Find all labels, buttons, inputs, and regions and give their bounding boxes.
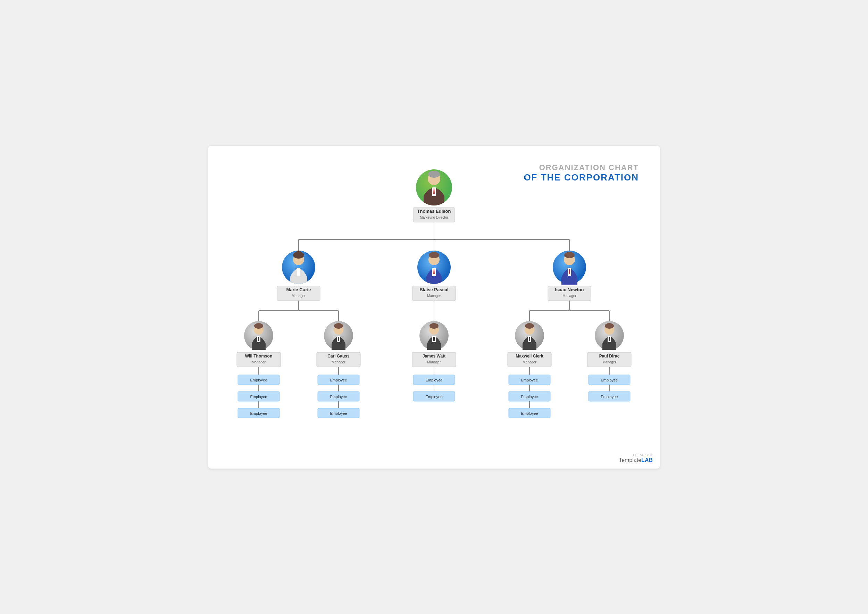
watermark-brand: TemplateLAB (619, 457, 653, 463)
ceo-role: Marketing Director (420, 216, 448, 219)
org-chart-svg: Thomas Edison Marketing Director (219, 167, 649, 451)
title-area: ORGANIZATION CHART OF THE CORPORATION (523, 163, 639, 183)
svg-marker-35 (529, 336, 530, 341)
tl3-role: Manager (523, 360, 536, 364)
svg-marker-39 (609, 336, 610, 341)
org-chart: Thomas Edison Marketing Director (219, 160, 649, 451)
tl2-name: James Watt (422, 354, 446, 358)
watermark-brand-bold: LAB (641, 457, 653, 463)
tl0-role: Manager (252, 360, 266, 364)
jw-emp1-label: Employee (425, 378, 443, 382)
jw-emp2-label: Employee (425, 395, 443, 399)
wt-emp1-label: Employee (250, 378, 267, 382)
svg-point-5 (428, 171, 440, 178)
tl2-role: Manager (427, 360, 441, 364)
title-line2: OF THE CORPORATION (523, 172, 639, 183)
svg-point-33 (525, 323, 534, 329)
watermark: CREATED BY TemplateLAB (619, 453, 653, 464)
mxc-emp1-label: Employee (521, 378, 538, 382)
tl1-role: Manager (332, 360, 345, 364)
cg-emp1-label: Employee (330, 378, 347, 382)
svg-point-17 (564, 252, 575, 258)
cg-emp3-label: Employee (330, 411, 347, 416)
watermark-brand-normal: Template (619, 457, 641, 463)
mxc-emp2-label: Employee (521, 395, 538, 399)
mgr1-name: Blaise Pascal (419, 287, 448, 292)
svg-rect-11 (297, 268, 300, 276)
watermark-created-by: CREATED BY (619, 453, 653, 457)
mgr2-role: Manager (562, 294, 576, 298)
wt-emp2-label: Employee (250, 395, 267, 399)
tl1-name: Carl Gauss (328, 354, 349, 358)
svg-marker-27 (338, 336, 339, 341)
tl0-name: Will Thomson (245, 354, 273, 358)
svg-marker-23 (258, 336, 259, 341)
svg-point-29 (430, 323, 438, 329)
ceo-name: Thomas Edison (417, 209, 451, 214)
mgr2-name: Isaac Newton (555, 287, 584, 292)
tl4-name: Paul Dirac (599, 354, 620, 358)
mgr1-role: Manager (427, 294, 441, 298)
title-line1: ORGANIZATION CHART (523, 163, 639, 172)
tl4-role: Manager (602, 360, 616, 364)
svg-point-37 (605, 323, 614, 329)
mgr0-name: Marie Curie (286, 287, 311, 292)
wt-emp3-label: Employee (250, 411, 267, 416)
mgr0-role: Manager (292, 294, 306, 298)
tl3-name: Maxwell Clerk (516, 354, 543, 358)
svg-point-10 (296, 250, 301, 255)
svg-point-13 (429, 252, 439, 258)
pd-emp1-label: Employee (601, 378, 618, 382)
cg-emp2-label: Employee (330, 395, 347, 399)
svg-point-25 (334, 323, 343, 329)
chart-container: ORGANIZATION CHART OF THE CORPORATION (208, 146, 660, 468)
svg-point-21 (254, 323, 263, 329)
mxc-emp3-label: Employee (521, 411, 538, 416)
pd-emp2-label: Employee (601, 395, 618, 399)
svg-marker-31 (433, 336, 435, 341)
